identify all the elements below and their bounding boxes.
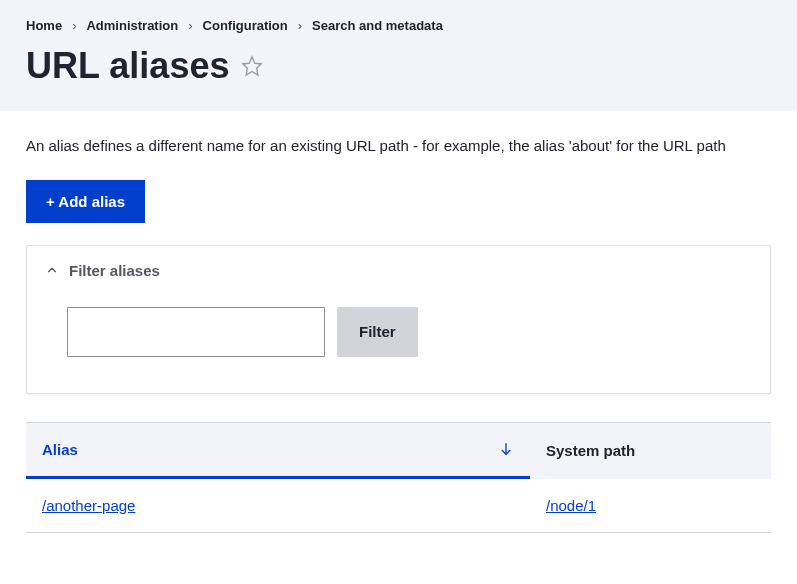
chevron-right-icon: › — [188, 18, 192, 33]
filter-panel: Filter aliases Filter — [26, 245, 771, 394]
arrow-down-icon — [498, 441, 514, 457]
column-header-system-path[interactable]: System path — [530, 423, 771, 479]
column-header-alias[interactable]: Alias — [26, 423, 530, 479]
add-alias-button[interactable]: + Add alias — [26, 180, 145, 223]
alias-link[interactable]: /another-page — [42, 497, 135, 514]
table-row: /another-page /node/1 — [26, 479, 771, 533]
column-header-alias-label: Alias — [42, 441, 78, 458]
chevron-right-icon: › — [298, 18, 302, 33]
breadcrumb-administration[interactable]: Administration — [86, 18, 178, 33]
filter-title: Filter aliases — [69, 262, 160, 279]
column-header-system-path-label: System path — [546, 442, 635, 459]
breadcrumb-configuration[interactable]: Configuration — [203, 18, 288, 33]
chevron-right-icon: › — [72, 18, 76, 33]
breadcrumb: Home › Administration › Configuration › … — [26, 18, 771, 33]
filter-toggle[interactable]: Filter aliases — [27, 246, 770, 295]
star-icon[interactable] — [241, 55, 263, 77]
filter-input[interactable] — [67, 307, 325, 357]
svg-marker-0 — [243, 57, 261, 75]
filter-button[interactable]: Filter — [337, 307, 418, 357]
page-title: URL aliases — [26, 45, 229, 87]
breadcrumb-search-metadata[interactable]: Search and metadata — [312, 18, 443, 33]
page-description: An alias defines a different name for an… — [26, 135, 771, 158]
breadcrumb-home[interactable]: Home — [26, 18, 62, 33]
system-path-link[interactable]: /node/1 — [546, 497, 596, 514]
alias-table: Alias System path /another-page /node/1 — [26, 422, 771, 533]
chevron-up-icon — [45, 263, 59, 277]
